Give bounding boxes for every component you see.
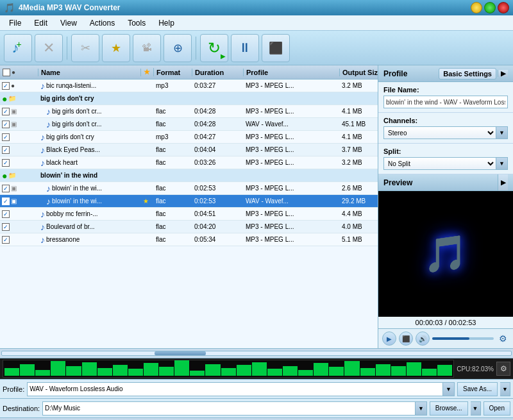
table-row[interactable]: ♪Boulevard of br... flac 0:04:20 MP3 - M… (0, 221, 378, 233)
stop-preview-button[interactable]: ⬛ (399, 332, 413, 346)
row-check[interactable] (0, 210, 38, 218)
table-row[interactable]: ♪bressanone flac 0:05:34 MP3 - MPEG L...… (0, 233, 378, 246)
volume-button[interactable]: 🔊 (416, 332, 430, 346)
checkbox[interactable] (2, 121, 10, 128)
scroll-track[interactable] (1, 351, 512, 356)
menu-view[interactable]: View (54, 17, 83, 29)
col-format[interactable]: Format (154, 69, 192, 76)
add-music-button[interactable]: ♪+ (4, 34, 32, 62)
close-button[interactable] (498, 2, 509, 13)
checkbox[interactable] (2, 82, 10, 90)
row-name: ♪big girls don't cry (38, 132, 141, 142)
save-as-button[interactable]: Save As... (457, 382, 498, 396)
table-row[interactable]: ▣ ♪big girls don't cr... flac 0:04:28 WA… (0, 118, 378, 131)
row-profile: MP3 - MPEG L... (244, 210, 340, 217)
table-row[interactable]: ▣ ♪blowin' in the wi... flac 0:02:53 MP3… (0, 182, 378, 195)
basic-settings-button[interactable]: Basic Settings (439, 68, 496, 80)
row-check[interactable]: ●📁 (0, 171, 38, 181)
row-size: 29.2 MB (340, 197, 378, 205)
col-star[interactable]: ★ (141, 68, 154, 76)
panel-expand-arrow[interactable]: ▶ (498, 70, 508, 77)
wave-bar (128, 369, 143, 376)
file-list-body: ● ♪bic runqa-listeni... mp3 0:03:27 MP3 … (0, 80, 378, 348)
col-name[interactable]: Name (38, 69, 141, 76)
profile-select[interactable] (27, 382, 443, 396)
checkbox[interactable] (2, 133, 10, 141)
table-row[interactable]: ●📁 big girls don't cry (0, 92, 378, 105)
checkbox[interactable] (2, 185, 10, 192)
destination-input[interactable] (42, 401, 416, 416)
table-row[interactable]: ▣ ♪blowin' in the wi... ★ flac 0:02:53 W… (0, 195, 378, 208)
row-check[interactable] (0, 236, 38, 244)
row-check[interactable]: ▣ (0, 185, 38, 192)
minimize-button[interactable] (471, 2, 482, 13)
row-check[interactable] (0, 146, 38, 154)
horizontal-scrollbar[interactable] (0, 348, 513, 358)
open-button[interactable]: Open (484, 401, 510, 416)
browse-dropdown-arrow[interactable]: ▼ (471, 401, 481, 416)
channels-select[interactable]: Stereo (383, 126, 496, 139)
menu-tools[interactable]: Tools (121, 17, 152, 29)
table-row[interactable]: ● ♪bic runqa-listeni... mp3 0:03:27 MP3 … (0, 80, 378, 92)
checkbox[interactable] (2, 236, 10, 244)
split-select[interactable]: No Split (383, 157, 496, 170)
row-check[interactable]: ●📁 (0, 94, 38, 104)
row-size: 3.2 MB (340, 159, 378, 166)
film-button[interactable]: 📽 (133, 34, 161, 62)
row-check[interactable]: ● (0, 82, 38, 90)
channels-dropdown-arrow[interactable]: ▼ (496, 126, 508, 139)
favorite-button[interactable]: ★ (102, 34, 130, 62)
checkbox[interactable] (2, 146, 10, 154)
remove-button[interactable]: ✕ (35, 34, 63, 62)
preview-expand-arrow[interactable]: ▶ (498, 174, 508, 190)
table-row[interactable]: ♪big girls don't cry mp3 0:04:27 MP3 - M… (0, 131, 378, 144)
scroll-thumb[interactable] (155, 351, 205, 355)
play-button[interactable]: ▶ (382, 332, 396, 346)
add-more-button[interactable]: ⊕ (164, 34, 192, 62)
col-output-size[interactable]: Output Size (340, 69, 378, 76)
destination-dropdown-arrow[interactable]: ▼ (416, 401, 427, 416)
row-duration: 0:04:20 (192, 223, 244, 230)
row-check[interactable] (0, 133, 38, 141)
row-check[interactable]: ▣ (0, 108, 38, 115)
preview-controls: ▶ ⬛ 🔊 ⚙ (378, 328, 513, 348)
browse-button[interactable]: Browse... (430, 401, 468, 416)
table-row[interactable]: ▣ ♪big girls don't cr... flac 0:04:28 MP… (0, 105, 378, 118)
menu-help[interactable]: Help (152, 17, 181, 29)
wave-bar (205, 364, 220, 376)
volume-slider[interactable] (432, 337, 494, 340)
row-name: ♪Boulevard of br... (38, 222, 141, 232)
checkbox[interactable] (2, 197, 10, 205)
filename-input[interactable] (383, 96, 508, 108)
checkbox[interactable] (2, 159, 10, 167)
stop-button[interactable]: ⬛ (262, 34, 290, 62)
row-check[interactable] (0, 223, 38, 231)
waveform-settings-button[interactable]: ⚙ (496, 362, 510, 376)
split-dropdown-arrow[interactable]: ▼ (496, 157, 508, 170)
table-row[interactable]: ♪black heart flac 0:03:26 MP3 - MPEG L..… (0, 156, 378, 169)
col-duration[interactable]: Duration (192, 69, 244, 76)
checkbox[interactable] (2, 108, 10, 115)
row-check[interactable]: ▣ (0, 121, 38, 128)
pause-button[interactable]: ⏸ (231, 34, 259, 62)
wave-bar (51, 361, 65, 376)
profile-dropdown-arrow[interactable]: ▼ (443, 382, 455, 396)
row-check[interactable]: ▣ (0, 197, 38, 205)
table-row[interactable]: ♪bobby mc ferrin-... flac 0:04:51 MP3 - … (0, 208, 378, 221)
checkbox[interactable] (2, 210, 10, 218)
menu-actions[interactable]: Actions (83, 17, 121, 29)
menu-edit[interactable]: Edit (28, 17, 54, 29)
table-row[interactable]: ♪Black Eyed Peas... flac 0:04:04 MP3 - M… (0, 144, 378, 156)
table-row[interactable]: ●📁 blowin' in the wind (0, 169, 378, 182)
wave-bar (267, 369, 282, 376)
menu-file[interactable]: File (3, 17, 28, 29)
preview-settings-icon[interactable]: ⚙ (496, 332, 509, 345)
checkbox[interactable] (2, 223, 10, 231)
cut-button[interactable]: ✂ (71, 34, 99, 62)
convert-button[interactable]: ↻ ▶ (200, 34, 228, 62)
row-check[interactable] (0, 159, 38, 167)
col-profile[interactable]: Profile (244, 69, 340, 76)
save-as-dropdown-arrow[interactable]: ▼ (500, 382, 510, 396)
maximize-button[interactable] (484, 2, 496, 13)
status-bar: Completed: 0.9% | Time Remaining: 00:12:… (0, 417, 513, 420)
